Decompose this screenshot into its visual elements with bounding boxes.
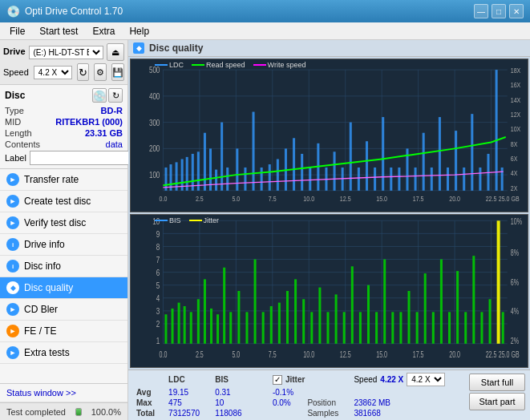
svg-rect-82 (463, 168, 465, 191)
menu-start-test[interactable]: Start test (33, 24, 84, 38)
chart2: BIS Jitter (130, 214, 528, 368)
svg-rect-68 (350, 123, 352, 191)
svg-rect-57 (261, 168, 263, 191)
disc-icon-btn[interactable]: 💿 (92, 88, 107, 103)
svg-rect-83 (471, 114, 473, 191)
nav-fe-te[interactable]: ► FE / TE (0, 321, 127, 342)
nav-status-window[interactable]: Status window >> (0, 383, 127, 402)
progress-bar-container (75, 408, 82, 416)
nav-icon-verify: ► (6, 216, 19, 229)
svg-text:12X: 12X (511, 111, 521, 119)
svg-text:3: 3 (156, 306, 160, 317)
svg-text:4%: 4% (511, 307, 519, 317)
svg-rect-55 (244, 168, 246, 191)
svg-rect-163 (375, 312, 378, 343)
nav-label-transfer: Transfer rate (24, 174, 79, 185)
nav-disc-quality[interactable]: ◆ Disc quality (0, 277, 127, 299)
svg-rect-135 (164, 314, 167, 344)
svg-rect-58 (269, 164, 271, 191)
nav-verify-test[interactable]: ► Verify test disc (0, 212, 127, 234)
speed-dropdown[interactable]: 4.2 X (407, 373, 445, 386)
svg-text:8X: 8X (511, 140, 518, 148)
svg-text:5.0: 5.0 (232, 195, 240, 203)
svg-rect-87 (501, 168, 504, 191)
svg-rect-51 (215, 170, 217, 191)
svg-text:2X: 2X (511, 184, 518, 192)
avg-label: Avg (131, 387, 164, 398)
close-button[interactable]: ✕ (509, 4, 524, 18)
svg-text:12.5: 12.5 (340, 350, 351, 360)
nav-transfer-rate[interactable]: ► Transfer rate (0, 169, 127, 191)
svg-text:7.5: 7.5 (269, 350, 277, 360)
content-icon: ◆ (133, 42, 144, 54)
menubar: File Start test Extra Help (0, 22, 530, 40)
svg-rect-176 (480, 312, 483, 343)
svg-rect-144 (223, 268, 225, 344)
svg-rect-61 (293, 138, 295, 191)
svg-text:22.5: 22.5 (486, 195, 497, 203)
nav-label-extra: Extra tests (24, 347, 70, 358)
svg-rect-79 (439, 117, 441, 191)
disc-label-input[interactable] (30, 151, 138, 165)
nav-extra-tests[interactable]: ► Extra tests (0, 342, 127, 364)
svg-text:2.5: 2.5 (196, 350, 204, 360)
svg-text:0.0: 0.0 (159, 195, 167, 203)
maximize-button[interactable]: □ (492, 4, 506, 18)
nav-icon-cd: ► (6, 303, 19, 316)
svg-rect-177 (489, 299, 492, 344)
svg-text:4: 4 (156, 293, 160, 304)
svg-text:4X: 4X (511, 170, 518, 178)
svg-rect-142 (210, 309, 212, 344)
nav-label-disc: Disc info (24, 260, 61, 272)
settings-button[interactable]: ⚙ (94, 63, 107, 81)
start-full-button[interactable]: Start full (469, 374, 525, 391)
progress-percent: 100.0% (91, 407, 121, 417)
nav-icon-drive: i (6, 238, 19, 251)
eject-button[interactable]: ⏏ (107, 43, 124, 61)
svg-text:6%: 6% (511, 277, 519, 287)
svg-rect-165 (391, 312, 394, 343)
sidebar: Drive (E:) HL-DT-ST BD-RE WH16NS48 1.D3 … (0, 40, 128, 420)
svg-text:17.5: 17.5 (413, 195, 424, 203)
svg-rect-141 (204, 279, 206, 343)
disc-contents-val: data (106, 139, 123, 149)
nav-create-test[interactable]: ► Create test disc (0, 191, 127, 212)
chart1: LDC Read speed Write speed (130, 59, 528, 212)
save-button[interactable]: 💾 (111, 63, 124, 81)
speed-select[interactable]: 4.2 X (34, 66, 72, 79)
speed-value: 4.22 X (380, 375, 403, 384)
total-ldc: 7312570 (164, 408, 210, 418)
titlebar: 💿 Opti Drive Control 1.70 — □ ✕ (0, 0, 530, 22)
nav-cd-bler[interactable]: ► CD Bler (0, 299, 127, 321)
svg-rect-69 (358, 168, 360, 191)
max-ldc: 475 (164, 398, 210, 408)
speed-label: Speed (3, 67, 29, 77)
disc-panel: Disc 💿 ↻ TypeBD-R MIDRITEKBR1 (000) Leng… (0, 85, 127, 169)
disc-refresh-btn[interactable]: ↻ (108, 88, 123, 103)
menu-file[interactable]: File (3, 24, 31, 38)
disc-label-key: Label (5, 153, 26, 163)
legend-bis: BIS (155, 216, 181, 224)
minimize-button[interactable]: — (474, 4, 488, 18)
svg-rect-137 (178, 303, 180, 344)
avg-bis: 0.31 (210, 387, 252, 398)
ldc-label: LDC (169, 61, 184, 69)
svg-rect-162 (367, 285, 370, 344)
refresh-button[interactable]: ↻ (77, 63, 90, 81)
drive-section: Drive (E:) HL-DT-ST BD-RE WH16NS48 1.D3 … (0, 40, 127, 85)
svg-text:8%: 8% (511, 248, 519, 258)
nav-disc-info[interactable]: i Disc info (0, 256, 127, 277)
svg-text:100: 100 (149, 171, 160, 180)
svg-text:2%: 2% (511, 336, 519, 345)
svg-text:6X: 6X (511, 155, 518, 163)
menu-help[interactable]: Help (123, 24, 156, 38)
nav-list: ► Transfer rate ► Create test disc ► Ver… (0, 169, 127, 364)
drive-select[interactable]: (E:) HL-DT-ST BD-RE WH16NS48 1.D3 (29, 46, 103, 59)
menu-extra[interactable]: Extra (86, 24, 121, 38)
svg-rect-178 (497, 220, 500, 343)
start-part-button[interactable]: Start part (469, 393, 525, 410)
jitter-checkbox[interactable]: ✓ (273, 375, 282, 385)
nav-drive-info[interactable]: i Drive info (0, 234, 127, 256)
stats-buttons: Start full Start part (467, 372, 527, 412)
disc-contents-key: Contents (5, 139, 40, 149)
